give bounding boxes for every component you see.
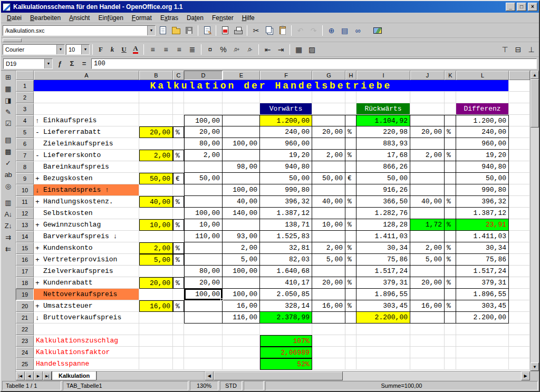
cell-L16[interactable]: 75,86: [456, 254, 509, 266]
cell-F16[interactable]: 82,03: [260, 254, 312, 266]
cell-E16[interactable]: 5,00: [223, 254, 260, 266]
cell-A6[interactable]: Zieleinkaufspreis: [34, 138, 139, 150]
cell-E12[interactable]: 140,00: [223, 208, 260, 219]
cell-C7[interactable]: %: [173, 150, 184, 161]
cell-A8[interactable]: Bareinkaufspreis: [34, 161, 139, 173]
cell-F13[interactable]: 138,71: [260, 219, 312, 231]
cell-G11[interactable]: 40,00: [312, 196, 345, 208]
cell-J3[interactable]: [410, 103, 445, 115]
row-header-14[interactable]: 14: [16, 231, 34, 242]
cell-H7[interactable]: %: [345, 150, 356, 161]
column-header-K[interactable]: K: [445, 71, 456, 80]
cell-E5[interactable]: [223, 126, 260, 138]
align-center-icon[interactable]: ≡: [160, 44, 172, 55]
column-header-L[interactable]: L: [456, 71, 509, 80]
export-pdf-icon[interactable]: [219, 25, 231, 36]
cell-D9[interactable]: 50,00: [184, 173, 223, 184]
cell-B18[interactable]: 20,00: [139, 277, 173, 289]
name-box[interactable]: D19 ▼: [3, 58, 53, 69]
cell-F6[interactable]: 960,00: [260, 138, 312, 150]
cell-K11[interactable]: %: [445, 196, 456, 208]
cell-K21[interactable]: [445, 312, 456, 324]
choose-themes-icon[interactable]: ▩: [3, 146, 14, 157]
cell-D3[interactable]: [184, 103, 223, 115]
cell-C19[interactable]: [173, 289, 184, 300]
cell-J16[interactable]: 5,00: [410, 254, 445, 266]
cell-F11[interactable]: 396,32: [260, 196, 312, 208]
cell-G19[interactable]: [312, 289, 345, 300]
function-wizard-icon[interactable]: ƒ: [54, 58, 65, 69]
cell-L7[interactable]: 19,20: [456, 150, 509, 161]
cell-B3[interactable]: [139, 103, 173, 115]
cell-reference[interactable]: D19: [4, 61, 44, 67]
row-header-10[interactable]: 10: [16, 184, 34, 196]
save-icon[interactable]: [183, 25, 195, 36]
cell-H19[interactable]: [345, 289, 356, 300]
url-combo[interactable]: /kalkulation.sxc ▼: [3, 25, 156, 36]
cell-J2[interactable]: [410, 92, 445, 103]
cell-D13[interactable]: 10,00: [184, 219, 223, 231]
row-header-25[interactable]: 25: [16, 358, 34, 370]
cell-A4[interactable]: ↑Einkaufspreis: [34, 115, 139, 126]
cell-L19[interactable]: 1.896,55: [456, 289, 509, 300]
cell-H16[interactable]: %: [345, 254, 356, 266]
cell-G10[interactable]: [312, 184, 345, 196]
cell-A15[interactable]: +Kundenskonto: [34, 242, 139, 254]
cell-C18[interactable]: %: [173, 277, 184, 289]
insert-icon[interactable]: ⊞: [3, 72, 14, 83]
cell-A19[interactable]: Nettoverkaufspreis: [34, 289, 139, 300]
cell-D15[interactable]: [184, 242, 223, 254]
cell-G23[interactable]: [312, 335, 345, 347]
row-header-21[interactable]: 21: [16, 312, 34, 324]
cell-B8[interactable]: [139, 161, 173, 173]
cell-A13[interactable]: +Gewinnzuschlag: [34, 219, 139, 231]
cell-G4[interactable]: [312, 115, 345, 126]
cell-C20[interactable]: %: [173, 300, 184, 312]
cell-H17[interactable]: [345, 266, 356, 277]
cell-H6[interactable]: [345, 138, 356, 150]
auto-spellcheck-icon[interactable]: ab: [3, 169, 14, 180]
cell-F15[interactable]: 32,81: [260, 242, 312, 254]
cell-I5[interactable]: 220,98: [356, 126, 410, 138]
cell-A14[interactable]: Barverkaufspreis↓: [34, 231, 139, 242]
cell-H4[interactable]: [345, 115, 356, 126]
cell-G2[interactable]: [312, 92, 345, 103]
menu-item-daten[interactable]: Daten: [183, 13, 207, 23]
cell-F25[interactable]: 52%: [260, 358, 312, 370]
menu-item-fenster[interactable]: Fenster: [208, 13, 237, 23]
cell-H8[interactable]: [345, 161, 356, 173]
cell-G14[interactable]: [312, 231, 345, 242]
cell-K8[interactable]: [445, 161, 456, 173]
cell-L18[interactable]: 379,31: [456, 277, 509, 289]
cell-K10[interactable]: [445, 184, 456, 196]
column-header-J[interactable]: J: [410, 71, 445, 80]
cell-D12[interactable]: 100,00: [184, 208, 223, 219]
cell-F12[interactable]: 1.387,12: [260, 208, 312, 219]
cell-B24[interactable]: [139, 347, 173, 358]
cell-H11[interactable]: %: [345, 196, 356, 208]
cell-G17[interactable]: [312, 266, 345, 277]
cell-A23[interactable]: Kalkulationszuschlag: [34, 335, 139, 347]
ungroup-icon[interactable]: ⇇: [3, 243, 14, 254]
cell-E18[interactable]: [223, 277, 260, 289]
cell-J20[interactable]: 16,00: [410, 300, 445, 312]
menu-item-hilfe[interactable]: Hilfe: [238, 13, 258, 23]
italic-button[interactable]: k: [107, 44, 118, 55]
row-header-18[interactable]: 18: [16, 277, 34, 289]
cell-F5[interactable]: 240,00: [260, 126, 312, 138]
cell-K15[interactable]: %: [445, 242, 456, 254]
cell-B9[interactable]: 50,00: [139, 173, 173, 184]
cell-K19[interactable]: [445, 289, 456, 300]
font-name-dropdown-icon[interactable]: ▼: [56, 45, 64, 54]
row-header-12[interactable]: 12: [16, 208, 34, 219]
row-header-24[interactable]: 24: [16, 347, 34, 358]
cell-F22[interactable]: [260, 324, 312, 335]
row-header-2[interactable]: 2: [16, 92, 34, 103]
cell-B2[interactable]: [139, 92, 173, 103]
cell-F24[interactable]: 2,06989: [260, 347, 312, 358]
cell-H15[interactable]: %: [345, 242, 356, 254]
row-header-11[interactable]: 11: [16, 196, 34, 208]
stylist-icon[interactable]: ▤: [339, 25, 351, 36]
align-vcenter-icon[interactable]: ⊟: [512, 44, 524, 55]
cell-K9[interactable]: [445, 173, 456, 184]
